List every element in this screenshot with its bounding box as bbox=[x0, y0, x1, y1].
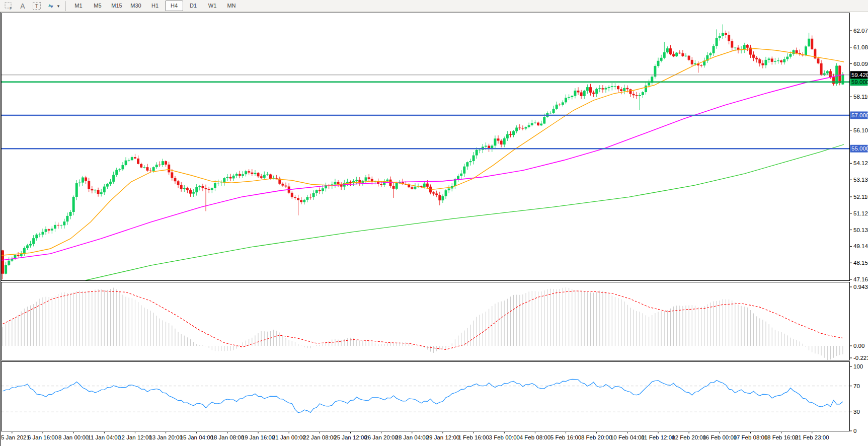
price-tick-label: 49.140 bbox=[853, 243, 868, 249]
rsi-tick-label: 0 bbox=[853, 428, 856, 434]
candle-body-up bbox=[198, 186, 201, 187]
candle-body-up bbox=[82, 177, 84, 182]
candle-body-up bbox=[734, 48, 736, 48]
candle-body-up bbox=[826, 71, 829, 73]
price-tick-label: 48.150 bbox=[853, 260, 868, 266]
candle-body-up bbox=[109, 182, 112, 184]
level-57-badge-label: 57.000 bbox=[851, 112, 868, 118]
candle-body-down bbox=[140, 164, 142, 168]
candle-body-up bbox=[106, 184, 109, 187]
main-chart-panel[interactable] bbox=[2, 13, 850, 281]
candle-body-up bbox=[5, 265, 7, 273]
candle-body-down bbox=[285, 186, 287, 187]
candle-body-up bbox=[183, 188, 186, 189]
candle-body-down bbox=[746, 45, 749, 47]
candle-body-up bbox=[94, 190, 96, 190]
candle-body-up bbox=[423, 184, 426, 187]
candle-body-down bbox=[91, 189, 93, 190]
candle-body-down bbox=[177, 181, 180, 185]
time-tick-label: 18 Jan 08:00 bbox=[211, 434, 245, 440]
time-tick-label: 21 Jan 00:00 bbox=[272, 434, 306, 440]
candle-body-down bbox=[577, 91, 580, 93]
candle-body-up bbox=[663, 52, 666, 58]
candle-body-down bbox=[681, 53, 684, 56]
candle-body-up bbox=[192, 192, 195, 194]
candle-body-up bbox=[540, 124, 542, 126]
candle-body-up bbox=[131, 157, 133, 160]
candle-body-up bbox=[574, 91, 576, 96]
candle-body-up bbox=[531, 123, 533, 125]
candle-body-down bbox=[17, 255, 20, 256]
candle-body-down bbox=[57, 225, 59, 226]
candle-body-up bbox=[768, 58, 770, 59]
candle-body-down bbox=[165, 161, 167, 165]
candle-body-up bbox=[60, 226, 62, 226]
candle-body-up bbox=[334, 182, 336, 184]
candle-body-down bbox=[829, 71, 832, 77]
time-tick-label: 3 Feb 00:00 bbox=[489, 434, 520, 440]
candle-body-down bbox=[500, 141, 503, 145]
price-tick-label: 51.120 bbox=[853, 210, 868, 216]
candle-body-up bbox=[211, 188, 213, 190]
macd-panel[interactable] bbox=[2, 282, 850, 360]
candle-body-down bbox=[633, 94, 635, 96]
candle-body-down bbox=[180, 185, 183, 189]
candle-body-up bbox=[263, 175, 266, 178]
candle-body-down bbox=[189, 190, 192, 194]
candle-body-up bbox=[121, 165, 124, 169]
candle-body-up bbox=[528, 125, 530, 127]
candle-body-up bbox=[254, 173, 256, 174]
time-tick-label: 25 Jan 12:00 bbox=[334, 434, 367, 440]
candle-body-down bbox=[146, 167, 148, 171]
chart-canvas[interactable]: 62.07061.08060.09058.11056.10054.12053.1… bbox=[0, 0, 868, 446]
candle-body-up bbox=[242, 174, 244, 176]
candle-body-up bbox=[805, 46, 807, 55]
candle-body-up bbox=[716, 38, 718, 46]
candle-body-up bbox=[112, 175, 115, 181]
candle-body-down bbox=[497, 138, 500, 140]
time-axis[interactable]: 5 Jan 20216 Jan 16:008 Jan 00:0011 Jan 0… bbox=[1, 432, 829, 440]
price-tick-label: 53.130 bbox=[853, 177, 868, 183]
trading-terminal-window: F A T ▾ M1M5M15M30H1H4D1W1MN ▼USOil-,H45… bbox=[0, 0, 868, 446]
candle-body-up bbox=[611, 86, 613, 87]
candle-body-down bbox=[171, 172, 173, 178]
candle-body-down bbox=[319, 190, 321, 191]
candle-body-up bbox=[657, 61, 659, 66]
candle-body-up bbox=[709, 53, 712, 55]
current-price-badge-label: 59.420 bbox=[851, 72, 868, 78]
candle-body-up bbox=[41, 232, 44, 235]
candle-body-up bbox=[54, 225, 56, 229]
candle-body-down bbox=[725, 33, 727, 35]
candle-body-up bbox=[315, 190, 318, 193]
candle-body-down bbox=[411, 187, 413, 189]
candle-body-up bbox=[614, 86, 616, 87]
candle-body-up bbox=[51, 229, 53, 231]
candle-body-up bbox=[786, 57, 788, 59]
candle-body-down bbox=[509, 134, 512, 135]
candle-body-up bbox=[823, 73, 826, 75]
rsi-axis: 10070300 bbox=[849, 363, 863, 434]
candle-body-up bbox=[38, 235, 41, 235]
candle-body-down bbox=[758, 59, 761, 63]
time-tick-label: 15 Jan 04:00 bbox=[180, 434, 213, 440]
candle-body-up bbox=[623, 88, 625, 91]
candle-body-down bbox=[761, 63, 764, 65]
candle-body-down bbox=[368, 177, 370, 179]
candle-body-up bbox=[719, 36, 721, 38]
rsi-panel[interactable] bbox=[2, 362, 850, 431]
candle-body-down bbox=[731, 41, 733, 48]
candle-body-up bbox=[63, 221, 65, 225]
candle-body-down bbox=[208, 189, 210, 190]
level-55-badge-label: 55.000 bbox=[851, 145, 868, 152]
candle-body-up bbox=[562, 102, 564, 105]
candle-body-up bbox=[605, 88, 607, 90]
candle-body-up bbox=[645, 86, 647, 92]
time-tick-label: 21 Feb 23:00 bbox=[795, 434, 829, 440]
candle-body-down bbox=[134, 157, 136, 159]
candle-body-up bbox=[808, 39, 810, 46]
time-tick-label: 29 Jan 12:00 bbox=[426, 434, 460, 440]
time-tick-label: 1 Feb 16:00 bbox=[458, 434, 489, 440]
candle-body-up bbox=[457, 176, 459, 179]
candle-body-down bbox=[617, 86, 619, 89]
candle-body-up bbox=[100, 192, 103, 194]
